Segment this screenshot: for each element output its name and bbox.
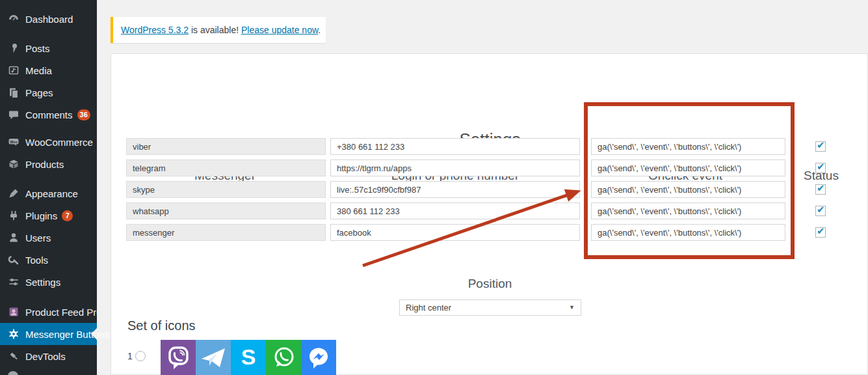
messenger-name-input[interactable] xyxy=(126,138,326,155)
sidebar-item-label: Pages xyxy=(25,87,53,98)
sidebar-item-settings[interactable]: Settings xyxy=(0,271,97,293)
icon-set-radio[interactable] xyxy=(135,351,146,361)
sidebar-item-tools[interactable]: Tools xyxy=(0,249,97,271)
sidebar-item-messenger-buttons[interactable]: Messenger Buttons xyxy=(0,323,97,345)
status-checkbox[interactable]: ✔ xyxy=(815,206,826,216)
brush-icon xyxy=(8,188,20,199)
icon-set-preview: S xyxy=(161,340,336,375)
set-of-icons-heading: Set of icons xyxy=(127,318,196,333)
messenger-icon xyxy=(301,340,336,375)
status-checkbox[interactable]: ✔ xyxy=(815,227,826,238)
onclick-event-input[interactable] xyxy=(591,202,785,219)
box-icon xyxy=(8,158,20,170)
sidebar-item-woocommerce[interactable]: Woo WooCommerce xyxy=(0,131,97,153)
icon-set-number: 1 xyxy=(127,351,133,361)
comment-icon xyxy=(8,109,20,120)
messenger-name-input[interactable] xyxy=(126,160,326,176)
sidebar-item-label: Users xyxy=(25,232,51,243)
admin-sidebar: Dashboard Posts Media Pages Comments 36 … xyxy=(0,0,97,375)
checkmark-icon: ✔ xyxy=(817,139,825,151)
sidebar-item-label: Posts xyxy=(25,43,50,54)
sidebar-item-label: Comments xyxy=(25,109,73,120)
sidebar-item-label: Products xyxy=(25,159,64,170)
selected-item-arrow xyxy=(91,328,97,340)
wordpress-version-link[interactable]: WordPress 5.3.2 xyxy=(121,25,189,35)
login-input[interactable] xyxy=(330,224,580,241)
sidebar-item-users[interactable]: Users xyxy=(0,227,97,249)
messenger-name-input[interactable] xyxy=(126,202,326,219)
sidebar-item-products[interactable]: Products xyxy=(0,153,97,175)
checkmark-icon: ✔ xyxy=(817,161,825,173)
onclick-event-input[interactable] xyxy=(591,160,785,176)
checkmark-icon: ✔ xyxy=(817,182,825,194)
onclick-event-input[interactable] xyxy=(591,138,785,155)
table-row: ✔ xyxy=(111,224,868,241)
viber-icon xyxy=(161,340,196,375)
sidebar-item-label: Plugins xyxy=(25,210,57,221)
onclick-event-input[interactable] xyxy=(591,181,785,198)
woocommerce-icon: Woo xyxy=(8,136,20,148)
partial-menu-icon xyxy=(8,371,18,375)
wrench-icon xyxy=(8,254,20,266)
sidebar-item-label: Media xyxy=(25,65,52,76)
svg-text:S: S xyxy=(241,344,256,369)
sidebar-item-label: Tools xyxy=(25,255,48,266)
sidebar-item-product-feed-pro[interactable]: Product Feed Pro xyxy=(0,301,97,323)
hammer-icon xyxy=(8,350,20,362)
login-input[interactable] xyxy=(330,138,580,155)
sidebar-item-label: Appearance xyxy=(25,188,78,199)
status-checkbox[interactable]: ✔ xyxy=(815,163,826,173)
sidebar-item-devtools[interactable]: DevTools xyxy=(0,345,97,367)
plugins-count-badge: 7 xyxy=(62,210,73,221)
product-feed-icon xyxy=(8,306,20,318)
checkmark-icon: ✔ xyxy=(817,225,825,237)
plug-icon xyxy=(8,210,20,221)
update-now-link[interactable]: Please update now xyxy=(241,25,318,35)
checkmark-icon: ✔ xyxy=(817,204,825,215)
sidebar-item-plugins[interactable]: Plugins 7 xyxy=(0,204,97,227)
whatsapp-icon xyxy=(266,340,301,375)
notice-available-text: is available! xyxy=(189,25,241,35)
status-checkbox[interactable]: ✔ xyxy=(815,184,826,195)
update-notice: WordPress 5.3.2 is available! Please upd… xyxy=(111,17,326,43)
notice-text: WordPress 5.3.2 is available! Please upd… xyxy=(121,25,321,35)
comments-count-badge: 36 xyxy=(77,109,90,120)
sidebar-item-dashboard[interactable]: Dashboard xyxy=(0,8,97,30)
login-input[interactable] xyxy=(330,202,580,219)
messenger-name-input[interactable] xyxy=(126,181,326,198)
login-input[interactable] xyxy=(330,160,580,176)
sidebar-item-label: WooCommerce xyxy=(25,137,93,148)
notice-period: . xyxy=(318,25,321,35)
position-heading: Position xyxy=(111,277,868,295)
sidebar-item-label: Dashboard xyxy=(25,14,73,25)
table-row: ✔ xyxy=(111,160,868,176)
pages-icon xyxy=(8,87,20,98)
telegram-icon xyxy=(196,340,231,375)
sliders-icon xyxy=(8,276,20,288)
settings-panel: Settings Messenger Login or phone number… xyxy=(111,53,868,375)
sidebar-item-appearance[interactable]: Appearance xyxy=(0,182,97,204)
sidebar-item-label: Product Feed Pro xyxy=(25,307,102,318)
pin-icon xyxy=(8,42,20,54)
table-row: ✔ xyxy=(111,202,868,219)
sidebar-item-pages[interactable]: Pages xyxy=(0,81,97,104)
skype-icon: S xyxy=(231,340,266,375)
user-icon xyxy=(8,232,20,243)
chevron-down-icon: ▼ xyxy=(569,300,575,315)
sidebar-item-label: DevTools xyxy=(25,351,66,362)
sidebar-item-media[interactable]: Media xyxy=(0,59,97,81)
gear-icon xyxy=(8,328,20,340)
sidebar-item-label: Settings xyxy=(25,277,60,288)
table-row: ✔ xyxy=(111,181,868,198)
position-select[interactable]: Right center ▼ xyxy=(399,299,581,316)
onclick-event-input[interactable] xyxy=(591,224,785,241)
sidebar-item-comments[interactable]: Comments 36 xyxy=(0,104,97,126)
dashboard-icon xyxy=(8,13,20,25)
status-checkbox[interactable]: ✔ xyxy=(815,141,826,152)
sidebar-item-posts[interactable]: Posts xyxy=(0,37,97,59)
svg-text:Woo: Woo xyxy=(10,140,17,144)
position-selected-value: Right center xyxy=(406,303,451,312)
messenger-name-input[interactable] xyxy=(126,224,326,241)
login-input[interactable] xyxy=(330,181,580,198)
media-icon xyxy=(8,64,20,76)
